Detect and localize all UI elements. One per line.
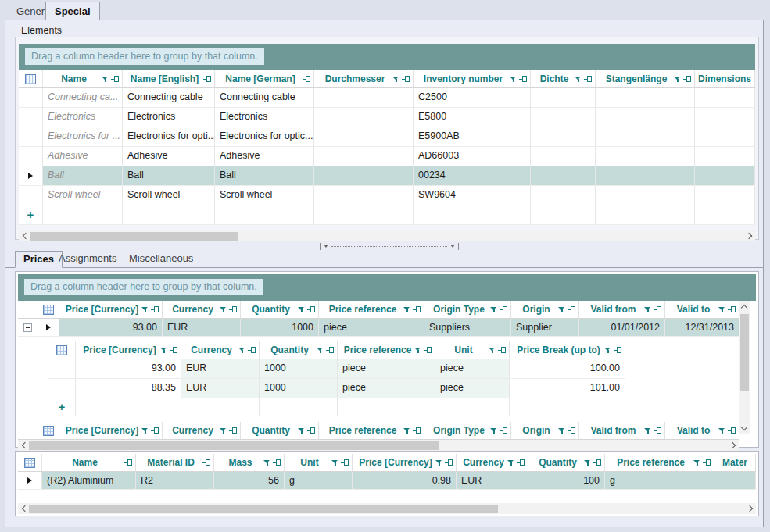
cell-dimensions[interactable] [695, 108, 755, 127]
column-header-quantity[interactable]: Quantity [241, 301, 319, 318]
cell-currency[interactable]: EUR [181, 359, 260, 378]
cell-stangenlaenge[interactable] [596, 88, 695, 107]
cell-durchmesser[interactable] [314, 147, 414, 166]
scrollbar-track[interactable] [30, 230, 744, 241]
cell-unit[interactable]: piece [435, 359, 510, 378]
cell-quantity[interactable]: 1000 [260, 359, 338, 378]
cell-empty[interactable] [43, 205, 123, 224]
cell-dichte[interactable] [531, 186, 596, 205]
row-indicator[interactable] [48, 379, 76, 398]
cell-empty[interactable] [181, 398, 260, 416]
pin-icon[interactable] [341, 459, 349, 466]
column-header-quantity[interactable]: Quantity [260, 341, 338, 359]
new-item-row[interactable]: + [19, 205, 755, 225]
pin-icon[interactable] [654, 306, 661, 313]
filter-icon[interactable] [510, 76, 517, 83]
cell-empty[interactable] [695, 205, 755, 224]
cell-price[interactable]: 88.35 [76, 379, 181, 398]
column-header-durchmesser[interactable]: Durchmesser [314, 70, 414, 87]
cell-name[interactable]: Electronics for ... [43, 127, 123, 146]
pin-icon[interactable] [584, 76, 592, 83]
prices-horizontal-scrollbar[interactable] [18, 440, 739, 451]
pin-icon[interactable] [593, 459, 601, 466]
cell-inventory-number[interactable]: SW9604 [414, 186, 531, 205]
row-indicator[interactable] [19, 166, 43, 185]
pin-icon[interactable] [703, 459, 711, 466]
column-header-unit[interactable]: Unit [285, 454, 353, 471]
scroll-left-button[interactable] [19, 230, 30, 241]
pin-icon[interactable] [402, 76, 410, 83]
row-indicator[interactable] [19, 186, 43, 205]
cell-price[interactable]: 0.98 [353, 472, 457, 489]
table-row[interactable]: Adhesive Adhesive Adhesive AD66003 [19, 147, 755, 166]
scroll-down-button[interactable] [739, 423, 750, 434]
column-header-price-currency[interactable]: Price [Currency] [353, 454, 457, 471]
filter-icon[interactable] [317, 347, 324, 354]
column-header-origin[interactable]: Origin [511, 422, 579, 439]
materials-horizontal-scrollbar[interactable] [18, 503, 756, 514]
filter-icon[interactable] [392, 76, 399, 83]
filter-icon[interactable] [403, 306, 410, 313]
cell-currency[interactable]: EUR [457, 472, 528, 489]
row-indicator[interactable] [19, 88, 43, 107]
column-header-name-german[interactable]: Name [German] [215, 70, 314, 87]
pin-icon[interactable] [683, 76, 691, 83]
cell-empty[interactable] [435, 398, 510, 416]
pin-icon[interactable] [519, 76, 527, 83]
cell-currency[interactable]: EUR [181, 379, 260, 398]
row-indicator[interactable] [19, 147, 43, 166]
detail-new-item-row[interactable]: + [48, 398, 625, 416]
cell-empty[interactable] [596, 205, 695, 224]
cell-durchmesser[interactable] [314, 88, 414, 107]
cell-stangenlaenge[interactable] [596, 166, 695, 185]
filter-icon[interactable] [298, 427, 305, 434]
cell-name-english[interactable]: Electronics for opti... [123, 127, 215, 146]
column-header-mass[interactable]: Mass [214, 454, 285, 471]
row-indicator[interactable] [48, 359, 76, 378]
cell-name-german[interactable]: Ball [215, 166, 314, 185]
scroll-right-button[interactable] [728, 440, 739, 451]
column-header-quantity[interactable]: Quantity [528, 454, 605, 471]
pin-icon[interactable] [203, 76, 211, 83]
scrollbar-track[interactable] [29, 440, 728, 451]
pin-icon[interactable] [413, 427, 421, 434]
table-row[interactable]: Electronics for ... Electronics for opti… [19, 127, 755, 147]
customization-button[interactable] [19, 70, 43, 87]
scroll-up-button[interactable] [739, 301, 750, 312]
scrollbar-thumb[interactable] [740, 314, 749, 391]
pin-icon[interactable] [124, 459, 132, 466]
pin-icon[interactable] [728, 427, 736, 434]
scroll-right-button[interactable] [745, 503, 756, 514]
cell-stangenlaenge[interactable] [596, 147, 695, 166]
cell-origin[interactable]: Supplier [511, 319, 579, 336]
scrollbar-thumb[interactable] [30, 232, 238, 241]
filter-icon[interactable] [575, 76, 582, 83]
pin-icon[interactable] [498, 347, 506, 354]
pin-icon[interactable] [424, 347, 432, 354]
pin-icon[interactable] [517, 459, 525, 466]
filter-icon[interactable] [331, 459, 338, 466]
pin-icon[interactable] [654, 427, 661, 434]
cell-price[interactable]: 93.00 [59, 319, 163, 336]
cell-dimensions[interactable] [695, 186, 755, 205]
cell-durchmesser[interactable] [314, 166, 414, 185]
cell-material-clipped[interactable] [714, 472, 756, 489]
filter-icon[interactable] [414, 347, 421, 354]
pin-icon[interactable] [614, 347, 621, 354]
filter-icon[interactable] [604, 347, 611, 354]
cell-currency[interactable]: EUR [163, 319, 241, 336]
row-indicator[interactable] [38, 319, 59, 336]
pin-icon[interactable] [326, 347, 334, 354]
column-header-currency[interactable]: Currency [163, 422, 241, 439]
pin-icon[interactable] [202, 459, 210, 466]
cell-quantity[interactable]: 1000 [241, 319, 319, 336]
filter-icon[interactable] [644, 306, 651, 313]
cell-name-english[interactable]: Electronics [123, 108, 215, 127]
filter-icon[interactable] [403, 427, 410, 434]
customization-button[interactable] [18, 454, 42, 471]
filter-icon[interactable] [558, 427, 565, 434]
cell-name-german[interactable]: Connecting cable [215, 88, 314, 107]
cell-empty[interactable] [510, 398, 625, 416]
cell-price-reference[interactable]: piece [319, 319, 424, 336]
pin-icon[interactable] [728, 306, 736, 313]
